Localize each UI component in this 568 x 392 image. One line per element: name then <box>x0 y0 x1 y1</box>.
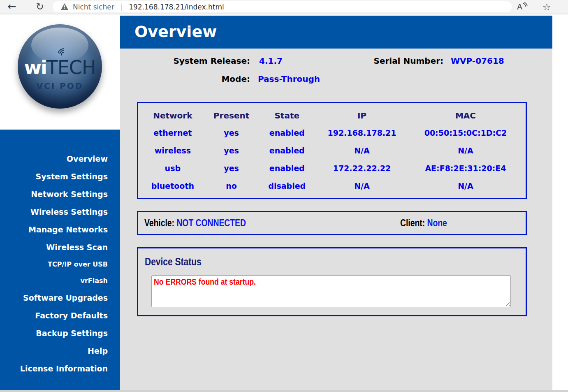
wifi-arcs-icon <box>56 48 68 57</box>
address-bar[interactable]: ! Nicht sicher | 192.168.178.21/index.ht… <box>53 1 512 12</box>
mode-label: Mode: <box>120 74 250 84</box>
security-warning-icon[interactable]: ! <box>61 3 68 10</box>
table-row: wireless yes enabled N/A N/A <box>138 141 526 159</box>
device-status-message: No ERRORS found at startup. <box>154 277 256 287</box>
read-aloud-icon[interactable]: A <box>516 2 529 12</box>
sidebar-item-tcpip-over-usb[interactable]: TCP/IP over USB <box>0 256 120 273</box>
device-status-textarea[interactable]: No ERRORS found at startup. <box>151 275 511 307</box>
page-title: Overview <box>120 16 552 49</box>
sidebar-item-network-settings[interactable]: Network Settings <box>0 186 120 203</box>
sidebar-item-manage-networks[interactable]: Manage Networks <box>0 221 120 239</box>
logo-subtitle: VCI POD <box>18 81 102 91</box>
browser-toolbar: ← ↻ ! Nicht sicher | 192.168.178.21/inde… <box>0 0 568 14</box>
system-release-value: 4.1.7 <box>259 56 283 66</box>
sidebar-item-system-settings[interactable]: System Settings <box>0 168 120 186</box>
client-label: Client: <box>400 218 425 228</box>
vehicle-value: NOT CONNECTED <box>176 218 246 228</box>
textarea-resize-handle[interactable] <box>505 301 510 306</box>
main-content: Overview System Release: 4.1.7 Serial Nu… <box>120 16 552 390</box>
sidebar-item-factory-defaults[interactable]: Factory Defaults <box>0 307 120 325</box>
col-present: Present <box>207 103 256 124</box>
connection-status-box: Vehicle: NOT CONNECTED Client: None <box>137 211 527 235</box>
window-bottom-edge <box>0 390 568 392</box>
read-aloud-waves <box>522 2 528 8</box>
client-value: None <box>427 218 447 228</box>
table-row: usb yes enabled 172.22.22.22 AE:F8:2E:31… <box>138 159 526 177</box>
sidebar-item-vrflash[interactable]: vrFlash <box>0 273 120 289</box>
table-header-row: Network Present State IP MAC <box>138 103 526 124</box>
sidebar-item-wireless-scan[interactable]: Wireless Scan <box>0 239 120 256</box>
sidebar-item-backup-settings[interactable]: Backup Settings <box>0 325 120 342</box>
network-table-box: Network Present State IP MAC ethernet ye… <box>137 102 527 199</box>
col-network: Network <box>138 103 207 124</box>
url-text[interactable]: 192.168.178.21/index.html <box>129 3 224 11</box>
network-table: Network Present State IP MAC ethernet ye… <box>138 103 526 198</box>
table-row: ethernet yes enabled 192.168.178.21 00:5… <box>138 124 526 141</box>
device-status-box: Device Status No ERRORS found at startup… <box>137 247 527 316</box>
witech-logo: wiTECH VCI POD <box>18 24 102 109</box>
col-mac: MAC <box>406 103 526 124</box>
serial-number-value: WVP-07618 <box>451 56 504 66</box>
vehicle-status: Vehicle: NOT CONNECTED <box>144 212 265 234</box>
favorites-star-icon[interactable]: ☆ <box>540 1 553 13</box>
serial-number-label: Serial Number: <box>313 56 443 66</box>
refresh-icon[interactable]: ↻ <box>33 0 47 13</box>
address-separator: | <box>121 3 123 11</box>
sidebar-item-wireless-settings[interactable]: Wireless Settings <box>0 203 120 221</box>
sidebar-item-license-information[interactable]: License Information <box>0 360 120 378</box>
mode-value: Pass-Through <box>258 74 320 84</box>
logo-wordmark: wiTECH <box>18 56 102 79</box>
sidebar-item-software-upgrades[interactable]: Software Upgrades <box>0 289 120 307</box>
device-status-title: Device Status <box>145 256 212 268</box>
back-icon[interactable]: ← <box>5 0 19 13</box>
col-state: State <box>255 103 318 124</box>
logo-panel: wiTECH VCI POD <box>1 16 119 127</box>
sidebar-nav: Overview System Settings Network Setting… <box>0 130 120 390</box>
system-info: System Release: 4.1.7 Serial Number: WVP… <box>120 49 552 94</box>
client-status: Client: None <box>400 212 456 234</box>
security-label[interactable]: Nicht sicher <box>73 3 114 11</box>
col-ip: IP <box>318 103 406 124</box>
vehicle-label: Vehicle: <box>144 218 174 228</box>
system-release-label: System Release: <box>120 56 250 66</box>
table-padding-row <box>138 195 526 198</box>
table-row: bluetooth no disabled N/A N/A <box>138 177 526 195</box>
browser-window: ← ↻ ! Nicht sicher | 192.168.178.21/inde… <box>0 0 568 392</box>
sidebar-item-help[interactable]: Help <box>0 342 120 360</box>
sidebar-item-overview[interactable]: Overview <box>0 150 120 168</box>
